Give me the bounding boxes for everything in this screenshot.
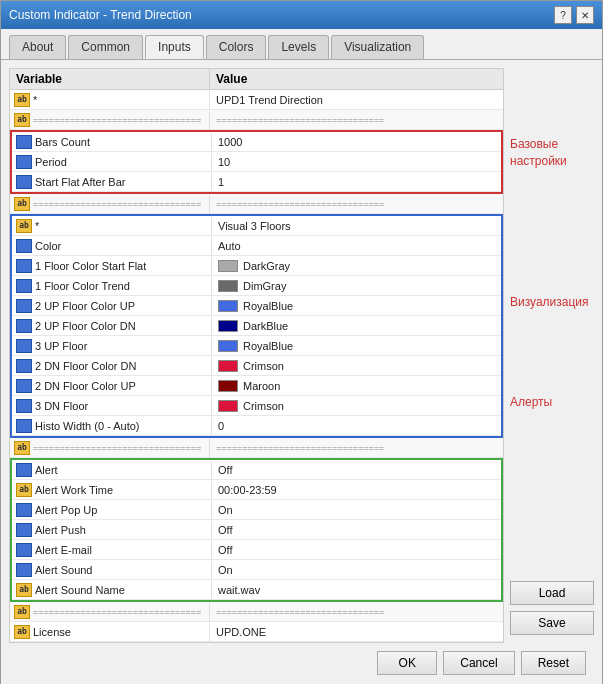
color-swatch — [218, 320, 238, 332]
cell-val: DarkBlue — [212, 318, 501, 334]
cell-var: Start Flat After Bar — [12, 173, 212, 191]
table-row: ab ================================ ====… — [10, 602, 503, 622]
table-row[interactable]: Bars Count 1000 — [12, 132, 501, 152]
cell-val: ================================ — [210, 197, 503, 211]
bottom-buttons: OK Cancel Reset — [9, 643, 594, 683]
cell-val: Off — [212, 462, 501, 478]
cell-val: 10 — [212, 154, 501, 170]
window-title: Custom Indicator - Trend Direction — [9, 8, 192, 22]
table-row[interactable]: ab * UPD1 Trend Direction — [10, 90, 503, 110]
table-row[interactable]: 2 UP Floor Color DN DarkBlue — [12, 316, 501, 336]
color-swatch — [218, 360, 238, 372]
cell-val: 1000 — [212, 134, 501, 150]
table-row[interactable]: Alert Push Off — [12, 520, 501, 540]
table-row[interactable]: ab Alert Sound Name wait.wav — [12, 580, 501, 600]
table-row[interactable]: Alert Sound On — [12, 560, 501, 580]
cell-val: wait.wav — [212, 582, 501, 598]
icon-img — [16, 359, 32, 373]
ok-button[interactable]: OK — [377, 651, 437, 675]
icon-ab: ab — [14, 197, 30, 211]
cell-var: 3 DN Floor — [12, 397, 212, 415]
tab-about[interactable]: About — [9, 35, 66, 59]
table-row[interactable]: Histo Width (0 - Auto) 0 — [12, 416, 501, 436]
color-swatch — [218, 400, 238, 412]
table-row[interactable]: ab Alert Work Time 00:00-23:59 — [12, 480, 501, 500]
section-blue: ab * Visual 3 Floors Color Auto — [10, 214, 503, 438]
icon-img — [16, 543, 32, 557]
icon-img — [16, 379, 32, 393]
icon-img — [16, 419, 32, 433]
cell-var: ab * — [12, 217, 212, 235]
table-row[interactable]: 1 Floor Color Trend DimGray — [12, 276, 501, 296]
icon-img — [16, 175, 32, 189]
table-wrapper: Variable Value ab * UPD1 Trend Direction — [9, 68, 594, 643]
cell-val: On — [212, 562, 501, 578]
table-row[interactable]: Alert Off — [12, 460, 501, 480]
load-button[interactable]: Load — [510, 581, 594, 605]
table-row[interactable]: 1 Floor Color Start Flat DarkGray — [12, 256, 501, 276]
cell-val: Maroon — [212, 378, 501, 394]
cell-val: Crimson — [212, 358, 501, 374]
table-row[interactable]: 2 DN Floor Color UP Maroon — [12, 376, 501, 396]
color-swatch — [218, 280, 238, 292]
table-container: Variable Value ab * UPD1 Trend Direction — [9, 68, 504, 643]
table-row[interactable]: ab License UPD.ONE — [10, 622, 503, 642]
table-row: ab ================================ ====… — [10, 438, 503, 458]
cell-var: 1 Floor Color Trend — [12, 277, 212, 295]
cell-var: 2 DN Floor Color UP — [12, 377, 212, 395]
table-row[interactable]: 3 DN Floor Crimson — [12, 396, 501, 416]
table-row: ab ================================ ====… — [10, 194, 503, 214]
table-row[interactable]: 2 DN Floor Color DN Crimson — [12, 356, 501, 376]
tab-common[interactable]: Common — [68, 35, 143, 59]
cell-var: Alert Pop Up — [12, 501, 212, 519]
icon-img — [16, 299, 32, 313]
cell-var: 2 DN Floor Color DN — [12, 357, 212, 375]
section-green: Alert Off ab Alert Work Time 00:00-23:59 — [10, 458, 503, 602]
tab-colors[interactable]: Colors — [206, 35, 267, 59]
table-row[interactable]: Start Flat After Bar 1 — [12, 172, 501, 192]
cell-var: ab Alert Work Time — [12, 481, 212, 499]
tab-levels[interactable]: Levels — [268, 35, 329, 59]
cancel-button[interactable]: Cancel — [443, 651, 514, 675]
color-swatch — [218, 300, 238, 312]
cell-val: On — [212, 502, 501, 518]
icon-ab: ab — [14, 625, 30, 639]
cell-val: 0 — [212, 418, 501, 434]
help-button[interactable]: ? — [554, 6, 572, 24]
icon-img — [16, 259, 32, 273]
table-row[interactable]: Alert E-mail Off — [12, 540, 501, 560]
cell-val: Crimson — [212, 398, 501, 414]
cell-val: Off — [212, 522, 501, 538]
cell-var: Period — [12, 153, 212, 171]
cell-val: UPD1 Trend Direction — [210, 92, 503, 108]
cell-val: RoyalBlue — [212, 338, 501, 354]
icon-ab: ab — [14, 605, 30, 619]
icon-img — [16, 563, 32, 577]
table-row[interactable]: Alert Pop Up On — [12, 500, 501, 520]
cell-var: 1 Floor Color Start Flat — [12, 257, 212, 275]
close-button[interactable]: ✕ — [576, 6, 594, 24]
bottom-btn-group: OK Cancel Reset — [377, 651, 586, 675]
cell-val: 00:00-23:59 — [212, 482, 501, 498]
cell-var: ab ================================ — [10, 603, 210, 621]
table-row[interactable]: ab * Visual 3 Floors — [12, 216, 501, 236]
icon-img — [16, 463, 32, 477]
tab-inputs[interactable]: Inputs — [145, 35, 204, 59]
table-row[interactable]: 3 UP Floor RoyalBlue — [12, 336, 501, 356]
table-row[interactable]: Period 10 — [12, 152, 501, 172]
table-row[interactable]: Color Auto — [12, 236, 501, 256]
icon-ab: ab — [14, 113, 30, 127]
icon-img — [16, 339, 32, 353]
header-value: Value — [210, 69, 503, 89]
save-button[interactable]: Save — [510, 611, 594, 635]
cell-var: ab License — [10, 623, 210, 641]
section-red: Bars Count 1000 Period 10 — [10, 130, 503, 194]
main-window: Custom Indicator - Trend Direction ? ✕ A… — [0, 0, 603, 684]
annotation-basic: Базовые настройки — [510, 136, 594, 170]
reset-button[interactable]: Reset — [521, 651, 586, 675]
icon-img — [16, 239, 32, 253]
cell-val: 1 — [212, 174, 501, 190]
tab-visualization[interactable]: Visualization — [331, 35, 424, 59]
table-row[interactable]: 2 UP Floor Color UP RoyalBlue — [12, 296, 501, 316]
table-row: ab ================================ ====… — [10, 110, 503, 130]
